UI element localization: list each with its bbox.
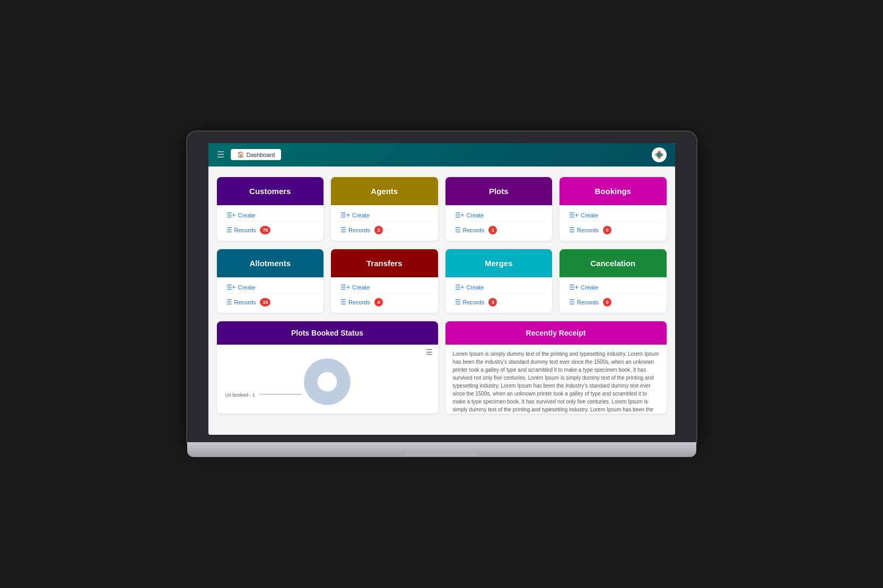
card-customers-body: ☰+Create☰Records76 <box>217 205 324 241</box>
records-icon: ☰ <box>569 299 575 306</box>
receipt-text: Lorem Ipsum is simply dummy text of the … <box>453 351 659 414</box>
records-label: Records <box>234 299 256 305</box>
chart-legend: Un booked - 1 <box>225 392 256 398</box>
laptop-frame: ☰ 🏠 Dashboard <box>187 131 696 457</box>
card-bookings-badge: 0 <box>603 226 611 234</box>
card-merges-badge: 0 <box>488 298 497 306</box>
create-icon: ☰+ <box>455 284 465 291</box>
records-label: Records <box>348 227 370 233</box>
laptop-base <box>187 442 696 457</box>
card-customers: Customers☰+Create☰Records76 <box>217 177 324 241</box>
plots-booked-title: Plots Booked Status <box>291 329 363 337</box>
dashboard-label: Dashboard <box>247 152 275 158</box>
create-icon: ☰+ <box>340 212 350 219</box>
screen-bezel: ☰ 🏠 Dashboard <box>187 131 696 442</box>
card-bookings-create[interactable]: ☰+Create <box>566 209 660 222</box>
card-agents-create[interactable]: ☰+Create <box>337 209 432 222</box>
card-bookings: Bookings☰+Create☰Records0 <box>559 177 667 241</box>
create-icon: ☰+ <box>340 284 350 291</box>
create-label: Create <box>467 212 484 218</box>
card-plots-records[interactable]: ☰Records1 <box>452 224 546 236</box>
svg-point-2 <box>658 153 661 156</box>
create-label: Create <box>581 212 598 218</box>
records-label: Records <box>577 299 599 305</box>
card-allotments-badge: 16 <box>260 298 270 306</box>
create-icon: ☰+ <box>226 284 236 291</box>
card-merges: Merges☰+Create☰Records0 <box>445 249 553 313</box>
create-icon: ☰+ <box>569 284 579 291</box>
create-label: Create <box>238 284 256 291</box>
card-cancelation: Cancelation☰+Create☰Records0 <box>559 249 667 313</box>
pie-chart <box>298 353 356 411</box>
navbar: ☰ 🏠 Dashboard <box>208 143 675 166</box>
card-bookings-header: Bookings <box>559 177 667 205</box>
card-agents-badge: 2 <box>374 226 383 234</box>
records-icon: ☰ <box>226 299 232 306</box>
card-allotments-create[interactable]: ☰+Create <box>223 282 318 294</box>
records-icon: ☰ <box>226 226 232 234</box>
records-icon: ☰ <box>569 226 575 234</box>
screen: ☰ 🏠 Dashboard <box>208 143 675 435</box>
card-customers-records[interactable]: ☰Records76 <box>223 224 318 236</box>
card-plots-header: Plots <box>445 177 553 205</box>
card-cancelation-body: ☰+Create☰Records0 <box>559 277 667 313</box>
card-allotments-records[interactable]: ☰Records16 <box>223 296 318 309</box>
records-icon: ☰ <box>340 299 346 306</box>
cards-grid-row2: Allotments☰+Create☰Records16Transfers☰+C… <box>217 249 667 313</box>
create-label: Create <box>467 284 484 291</box>
card-cancelation-header: Cancelation <box>559 249 667 277</box>
chart-area: ☰ Un booked - 1 <box>217 345 438 414</box>
card-transfers: Transfers☰+Create☰Records4 <box>331 249 438 313</box>
create-icon: ☰+ <box>455 212 465 219</box>
card-cancelation-create[interactable]: ☰+Create <box>566 282 660 294</box>
card-agents: Agents☰+Create☰Records2 <box>331 177 438 241</box>
recently-receipt-title: Recently Receipt <box>526 329 586 337</box>
records-label: Records <box>234 227 256 233</box>
cards-grid-row1: Customers☰+Create☰Records76Agents☰+Creat… <box>217 177 667 241</box>
card-merges-create[interactable]: ☰+Create <box>452 282 546 294</box>
card-cancelation-badge: 0 <box>603 298 611 306</box>
card-plots-body: ☰+Create☰Records1 <box>445 205 553 241</box>
records-label: Records <box>463 299 485 305</box>
card-plots-create[interactable]: ☰+Create <box>452 209 546 222</box>
trackpad-notch <box>405 452 479 456</box>
card-agents-body: ☰+Create☰Records2 <box>331 205 438 241</box>
card-plots-badge: 1 <box>488 226 497 234</box>
create-icon: ☰+ <box>569 212 579 219</box>
card-transfers-badge: 4 <box>374 298 383 306</box>
records-label: Records <box>577 227 599 233</box>
plots-booked-header: Plots Booked Status <box>217 321 438 345</box>
chart-legend-line <box>259 394 302 394</box>
chart-menu-icon[interactable]: ☰ <box>426 348 433 356</box>
hamburger-icon[interactable]: ☰ <box>217 150 224 160</box>
create-icon: ☰+ <box>226 212 236 219</box>
card-transfers-body: ☰+Create☰Records4 <box>331 277 438 313</box>
bottom-grid: Plots Booked Status ☰ <box>217 321 667 414</box>
card-customers-badge: 76 <box>260 226 270 234</box>
main-content: Customers☰+Create☰Records76Agents☰+Creat… <box>208 166 675 435</box>
card-merges-header: Merges <box>445 249 553 277</box>
records-icon: ☰ <box>455 299 461 306</box>
card-customers-header: Customers <box>217 177 324 205</box>
svg-point-4 <box>318 372 337 391</box>
card-transfers-header: Transfers <box>331 249 438 277</box>
card-cancelation-records[interactable]: ☰Records0 <box>566 296 660 309</box>
create-label: Create <box>352 212 370 218</box>
card-bookings-records[interactable]: ☰Records0 <box>566 224 660 236</box>
card-bookings-body: ☰+Create☰Records0 <box>559 205 667 241</box>
card-customers-create[interactable]: ☰+Create <box>223 209 318 222</box>
dashboard-button[interactable]: 🏠 Dashboard <box>231 149 282 160</box>
create-label: Create <box>352 284 370 291</box>
records-icon: ☰ <box>340 226 346 234</box>
card-transfers-records[interactable]: ☰Records4 <box>337 296 432 309</box>
card-transfers-create[interactable]: ☰+Create <box>337 282 432 294</box>
home-icon: 🏠 <box>237 151 244 158</box>
plots-booked-card: Plots Booked Status ☰ <box>217 321 438 414</box>
recently-receipt-card: Recently Receipt Lorem Ipsum is simply d… <box>445 321 667 414</box>
card-merges-records[interactable]: ☰Records0 <box>452 296 546 309</box>
receipt-body: Lorem Ipsum is simply dummy text of the … <box>445 345 667 414</box>
donut-container <box>222 350 433 408</box>
create-label: Create <box>581 284 598 291</box>
card-agents-header: Agents <box>331 177 438 205</box>
card-agents-records[interactable]: ☰Records2 <box>337 224 432 236</box>
